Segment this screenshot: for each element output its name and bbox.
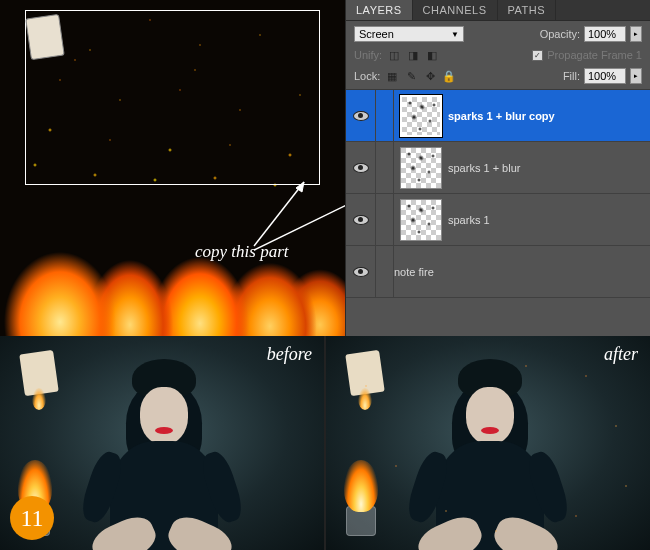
after-image: after — [326, 336, 650, 550]
layer-thumbnail[interactable] — [400, 147, 442, 189]
blend-mode-value: Screen — [359, 28, 394, 40]
layer-thumbnail[interactable] — [400, 199, 442, 241]
link-column[interactable] — [376, 90, 394, 141]
eye-icon — [353, 267, 369, 277]
lock-pixels-icon[interactable]: ✎ — [403, 68, 419, 84]
panel-tabs: LAYERS CHANNELS PATHS — [346, 0, 650, 21]
after-label: after — [604, 344, 638, 365]
fill-spinner[interactable]: ▸ — [630, 68, 642, 84]
visibility-toggle[interactable] — [346, 246, 376, 297]
layers-list: sparks 1 + blur copy sparks 1 + blur spa… — [346, 90, 650, 336]
lock-all-icon[interactable]: 🔒 — [441, 68, 457, 84]
svg-line-2 — [254, 180, 345, 250]
unify-position-icon[interactable]: ◫ — [386, 47, 402, 63]
layer-row[interactable]: note fire — [346, 246, 650, 298]
layer-name[interactable]: note fire — [394, 266, 650, 278]
layer-row[interactable]: sparks 1 + blur — [346, 142, 650, 194]
link-column[interactable] — [376, 246, 394, 297]
layer-name[interactable]: sparks 1 + blur — [448, 162, 650, 174]
lock-position-icon[interactable]: ✥ — [422, 68, 438, 84]
unify-style-icon[interactable]: ◧ — [424, 47, 440, 63]
layer-row[interactable]: sparks 1 + blur copy — [346, 90, 650, 142]
marquee-selection[interactable] — [25, 10, 320, 185]
tab-layers[interactable]: LAYERS — [346, 0, 413, 20]
link-column[interactable] — [376, 142, 394, 193]
propagate-label: Propagate Frame 1 — [547, 49, 642, 61]
before-label: before — [267, 344, 312, 365]
fill-input[interactable]: 100% — [584, 68, 626, 84]
layer-name[interactable]: sparks 1 — [448, 214, 650, 226]
opacity-label: Opacity: — [540, 28, 580, 40]
layers-panel: LAYERS CHANNELS PATHS Screen ▼ Opacity: … — [345, 0, 650, 336]
figure — [62, 355, 262, 550]
lock-label: Lock: — [354, 70, 380, 82]
eye-icon — [353, 215, 369, 225]
blend-mode-select[interactable]: Screen ▼ — [354, 26, 464, 42]
unify-visibility-icon[interactable]: ◨ — [405, 47, 421, 63]
note-flame — [32, 388, 46, 410]
layer-name[interactable]: sparks 1 + blur copy — [448, 110, 650, 122]
unify-label: Unify: — [354, 49, 382, 61]
annotation-text: copy this part — [195, 242, 289, 262]
link-column[interactable] — [376, 194, 394, 245]
propagate-checkbox[interactable]: ✓ — [532, 50, 543, 61]
fill-label: Fill: — [563, 70, 580, 82]
sparks-overlay — [326, 336, 650, 550]
before-image: before 11 — [0, 336, 324, 550]
layer-row[interactable]: sparks 1 — [346, 194, 650, 246]
layer-thumbnail[interactable] — [400, 95, 442, 137]
eye-icon — [353, 111, 369, 121]
tab-paths[interactable]: PATHS — [498, 0, 557, 20]
opacity-input[interactable]: 100% — [584, 26, 626, 42]
lock-transparency-icon[interactable]: ▦ — [384, 68, 400, 84]
visibility-toggle[interactable] — [346, 90, 376, 141]
comparison-strip: before 11 after — [0, 336, 650, 550]
tab-channels[interactable]: CHANNELS — [413, 0, 498, 20]
eye-icon — [353, 163, 369, 173]
opacity-spinner[interactable]: ▸ — [630, 26, 642, 42]
chevron-down-icon: ▼ — [451, 30, 459, 39]
visibility-toggle[interactable] — [346, 194, 376, 245]
visibility-toggle[interactable] — [346, 142, 376, 193]
step-badge: 11 — [10, 496, 54, 540]
